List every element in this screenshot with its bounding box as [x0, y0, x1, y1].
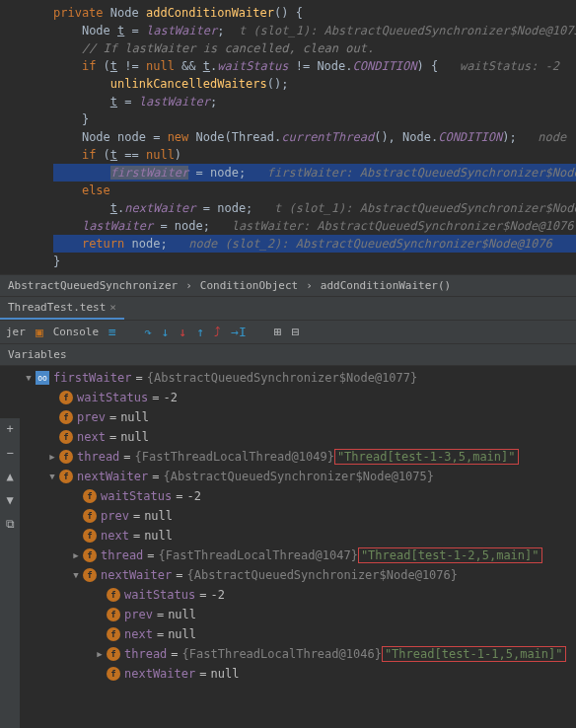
var-value: -2 [186, 489, 200, 503]
debug-sidebar: + − ▲ ▼ ⧉ [0, 418, 20, 728]
eq: = [176, 489, 182, 503]
list-icon[interactable]: ≡ [108, 325, 116, 339]
var-value: -2 [163, 391, 177, 404]
var-name: thread [101, 548, 143, 562]
expand-icon[interactable]: ▶ [45, 452, 59, 462]
kw-null: null [146, 59, 175, 73]
var-firstWaiter[interactable]: ▼oofirstWaiter = {AbstractQueuedSynchron… [22, 368, 576, 388]
var-prev[interactable]: fprev = null [22, 506, 576, 526]
force-step-into-icon[interactable]: ↓ [180, 325, 187, 339]
var-t: t [110, 59, 117, 73]
var-name: next [124, 627, 153, 641]
remove-icon[interactable]: − [6, 446, 13, 460]
field-icon: f [59, 470, 73, 483]
var-next[interactable]: fnext = null [22, 624, 576, 644]
step-over-icon[interactable]: ↷ [144, 325, 152, 339]
step-out-icon[interactable]: ↑ [196, 325, 204, 339]
var-node: node [132, 237, 161, 251]
expand-icon[interactable]: ▼ [69, 570, 83, 580]
text: (), Node. [374, 130, 438, 144]
breadcrumb: AbstractQueuedSynchronizer› ConditionObj… [0, 274, 576, 297]
expand-icon[interactable]: ▶ [69, 550, 83, 560]
type-node: Node [110, 6, 139, 20]
brace: } [82, 112, 89, 126]
var-next[interactable]: fnext = null [22, 427, 576, 447]
expand-icon[interactable]: ▼ [22, 373, 36, 383]
var-nextWaiter[interactable]: ▼fnextWaiter = {AbstractQueuedSynchroniz… [22, 467, 576, 486]
console-icon[interactable]: ▣ [36, 325, 43, 339]
var-value-boxed: "Thread[test-1-2,5,main]" [358, 547, 542, 563]
var-type: {FastThreadLocalThread@1049} [135, 450, 334, 464]
eq: = [171, 647, 178, 661]
field-nextWaiter: nextWaiter [124, 201, 195, 215]
kw-if: if [82, 59, 96, 73]
var-type: {AbstractQueuedSynchronizer$Node@1075} [163, 470, 434, 483]
var-value: null [120, 410, 149, 424]
text: = [188, 166, 210, 180]
var-thread[interactable]: ▶fthread = {FastThreadLocalThread@1047} … [22, 546, 576, 565]
text: ( [96, 148, 109, 162]
var-node: node [217, 201, 246, 215]
kw-new: new [168, 130, 189, 144]
eq: = [176, 568, 182, 582]
breadcrumb-inner-class[interactable]: ConditionObject [200, 279, 298, 292]
text [124, 237, 131, 251]
var-t: t [110, 148, 117, 162]
inline-hint: node (slot_2): AbstractQueuedSynchronize… [188, 237, 551, 251]
eq: = [133, 529, 140, 543]
field-icon: f [107, 588, 120, 602]
inline-hint: node (sl [538, 130, 576, 144]
evaluate-icon[interactable]: ⊞ [274, 325, 282, 339]
breadcrumb-method[interactable]: addConditionWaiter() [321, 279, 451, 292]
code-editor[interactable]: private Node addConditionWaiter() { Node… [0, 0, 576, 274]
var-name: prev [101, 509, 129, 523]
var-thread[interactable]: ▶fthread = {FastThreadLocalThread@1049} … [22, 447, 576, 467]
field-icon: f [83, 489, 97, 503]
text: != [117, 59, 146, 73]
variables-tree[interactable]: ▼oofirstWaiter = {AbstractQueuedSynchron… [0, 366, 576, 686]
text: Node [82, 130, 117, 144]
toolbar-label-console[interactable]: Console [53, 326, 99, 338]
expand-icon[interactable]: ▶ [93, 649, 107, 659]
inline-hint: waitStatus: -2 [460, 59, 559, 73]
text: (); [267, 77, 289, 91]
var-thread[interactable]: ▶fthread = {FastThreadLocalThread@1046} … [22, 644, 576, 664]
add-icon[interactable]: + [6, 422, 13, 436]
run-to-cursor-icon[interactable]: →I [231, 325, 247, 339]
var-next[interactable]: fnext = null [22, 526, 576, 546]
var-type: {FastThreadLocalThread@1046} [182, 647, 382, 661]
var-type: {AbstractQueuedSynchronizer$Node@1076} [186, 568, 458, 582]
var-name: nextWaiter [124, 667, 195, 681]
breadcrumb-class[interactable]: AbstractQueuedSynchronizer [8, 279, 178, 292]
eq: = [157, 627, 164, 641]
var-nextWaiter[interactable]: fnextWaiter = null [22, 664, 576, 684]
text: = [146, 130, 168, 144]
var-name: nextWaiter [101, 568, 172, 582]
object-icon: oo [36, 371, 49, 385]
chevron-right-icon: › [185, 279, 192, 292]
var-waitStatus[interactable]: fwaitStatus = -2 [22, 388, 576, 407]
var-prev[interactable]: fprev = null [22, 407, 576, 427]
trace-icon[interactable]: ⊟ [292, 325, 300, 339]
var-name: prev [124, 608, 153, 621]
tab-threadtest[interactable]: ThreadTest.test× [0, 297, 124, 320]
step-into-icon[interactable]: ↓ [162, 325, 170, 339]
var-prev[interactable]: fprev = null [22, 605, 576, 624]
comment: // If lastWaiter is cancelled, clean out… [82, 41, 374, 55]
drop-frame-icon[interactable]: ⤴ [214, 325, 221, 339]
eq: = [152, 391, 159, 404]
down-icon[interactable]: ▼ [6, 493, 13, 507]
var-value: -2 [210, 588, 224, 602]
kw-else: else [82, 183, 110, 197]
var-waitStatus[interactable]: fwaitStatus = -2 [22, 585, 576, 605]
copy-icon[interactable]: ⧉ [6, 517, 15, 531]
expand-icon[interactable]: ▼ [45, 472, 59, 481]
close-icon[interactable]: × [109, 301, 116, 314]
var-name: waitStatus [124, 588, 195, 602]
var-nextWaiter[interactable]: ▼fnextWaiter = {AbstractQueuedSynchroniz… [22, 565, 576, 585]
var-waitStatus[interactable]: fwaitStatus = -2 [22, 486, 576, 506]
up-icon[interactable]: ▲ [6, 470, 13, 483]
field-firstWaiter: firstWaiter [110, 166, 188, 180]
inline-hint: firstWaiter: AbstractQueuedSynchronizer$… [267, 166, 576, 180]
var-value: null [168, 627, 196, 641]
